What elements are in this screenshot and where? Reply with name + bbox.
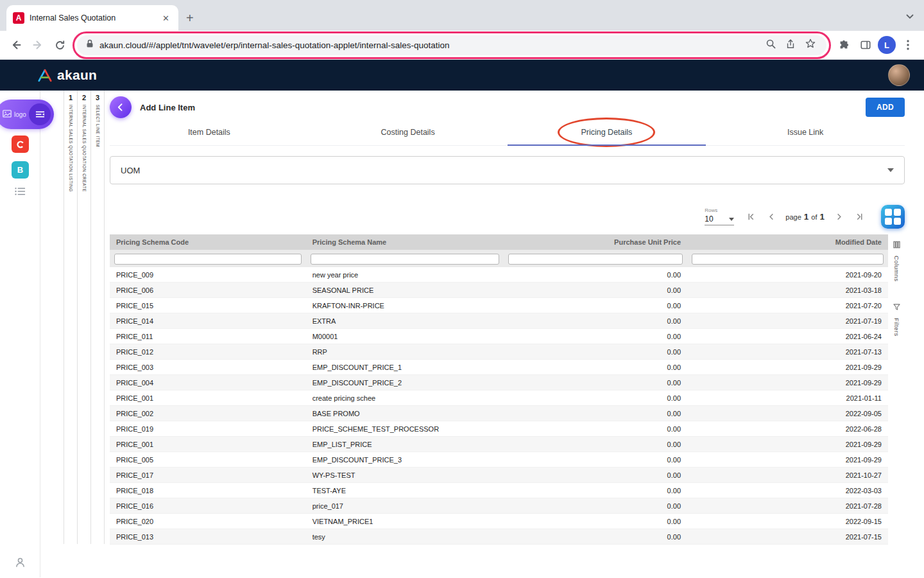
table-row[interactable]: PRICE_004 EMP_DISCOUNT_PRICE_2 0.00 2021…: [110, 375, 888, 390]
cell-purchase-unit-price: 0.00: [504, 302, 687, 310]
filter-input-modified-date[interactable]: [692, 254, 884, 265]
tab-pricing-details-label: Pricing Details: [581, 128, 632, 137]
cell-purchase-unit-price: 0.00: [504, 363, 687, 371]
filter-input-pricing-schema-code[interactable]: [114, 254, 302, 265]
add-button[interactable]: ADD: [866, 98, 905, 117]
cell-pricing-schema-name: TEST-AYE: [306, 487, 504, 495]
table-row[interactable]: PRICE_012 RRP 0.00 2021-07-13: [110, 344, 888, 360]
cell-pricing-schema-name: price_017: [306, 502, 504, 510]
extensions-puzzle-icon[interactable]: [834, 35, 853, 55]
table-row[interactable]: PRICE_001 create pricing schee 0.00 2021…: [110, 390, 888, 406]
logo-alt-text: logo: [14, 111, 26, 118]
cell-modified-date: 2021-09-29: [687, 363, 888, 371]
back-button[interactable]: [110, 96, 132, 118]
table-row[interactable]: PRICE_011 M00001 0.00 2021-06-24: [110, 329, 888, 344]
next-page-icon[interactable]: [832, 210, 845, 223]
table-row[interactable]: PRICE_018 TEST-AYE 0.00 2022-03-03: [110, 483, 888, 498]
cell-pricing-schema-code: PRICE_020: [110, 518, 306, 525]
tab-list-chevron-icon[interactable]: [906, 10, 914, 22]
grid-view-button[interactable]: [881, 205, 905, 229]
step-label: INTERNAL SALES QUOTATION CREATE: [82, 105, 87, 192]
filter-funnel-icon[interactable]: [893, 302, 900, 313]
cell-purchase-unit-price: 0.00: [504, 441, 687, 448]
table-row[interactable]: PRICE_013 tesy 0.00 2021-07-15: [110, 529, 888, 545]
cell-pricing-schema-name: M00001: [306, 333, 504, 340]
uom-select[interactable]: UOM: [110, 156, 905, 184]
url-bar-wrap: akaun.cloud/#/applet/tnt/wavelet/erp/int…: [77, 35, 826, 55]
cell-pricing-schema-code: PRICE_001: [110, 441, 306, 448]
list-menu-icon[interactable]: [15, 187, 26, 198]
table-row[interactable]: PRICE_017 WY-PS-TEST 0.00 2021-10-27: [110, 468, 888, 483]
last-page-icon[interactable]: [853, 210, 866, 223]
workspace: logo B: [0, 91, 924, 577]
table-filter-row: [110, 250, 888, 267]
page-word: page: [785, 213, 801, 221]
url-bar[interactable]: akaun.cloud/#/applet/tnt/wavelet/erp/int…: [77, 35, 826, 55]
table-row[interactable]: PRICE_005 EMP_DISCOUNT_PRICE_3 0.00 2021…: [110, 452, 888, 468]
left-sidebar: logo B: [0, 91, 40, 577]
rows-value: 10: [705, 215, 713, 223]
prev-page-icon[interactable]: [765, 210, 778, 223]
tab-issue-link[interactable]: Issue Link: [706, 121, 905, 145]
header-pricing-schema-name[interactable]: Pricing Schema Name: [306, 238, 504, 246]
cell-pricing-schema-code: PRICE_013: [110, 533, 306, 541]
main-header: Add Line Item ADD: [110, 96, 905, 119]
step-internal-sales-quotation-listing[interactable]: 1 INTERNAL SALES QUOTATION LISTING: [64, 91, 78, 544]
table-row[interactable]: PRICE_014 EXTRA 0.00 2021-07-19: [110, 313, 888, 329]
table-row[interactable]: PRICE_009 new year price 0.00 2021-09-20: [110, 267, 888, 283]
first-page-icon[interactable]: [744, 210, 757, 223]
b-applet-icon[interactable]: B: [12, 161, 29, 179]
forward-icon[interactable]: [28, 35, 47, 55]
filter-input-purchase-unit-price[interactable]: [508, 254, 683, 265]
table-zone: Pricing Schema Code Pricing Schema Name …: [110, 234, 905, 545]
step-internal-sales-quotation-create[interactable]: 2 INTERNAL SALES QUOTATION CREATE: [78, 91, 91, 544]
browser-profile-avatar[interactable]: L: [878, 36, 896, 54]
sidebar-user-icon[interactable]: [0, 556, 40, 568]
tab-close-icon[interactable]: ✕: [160, 12, 172, 24]
columns-label[interactable]: Columns: [893, 256, 900, 281]
reload-icon[interactable]: [50, 35, 69, 55]
tab-costing-details[interactable]: Costing Details: [309, 121, 508, 145]
header-purchase-unit-price[interactable]: Purchase Unit Price: [504, 238, 687, 246]
cell-pricing-schema-name: VIETNAM_PRICE1: [306, 518, 504, 525]
filters-label[interactable]: Filters: [893, 318, 900, 337]
cell-modified-date: 2021-10-27: [687, 471, 888, 479]
header-pricing-schema-code[interactable]: Pricing Schema Code: [110, 238, 306, 246]
step-select-line-item[interactable]: 3 SELECT LINE ITEM: [91, 91, 105, 544]
table-row[interactable]: PRICE_006 SEASONAL PRICE 0.00 2021-03-18: [110, 283, 888, 298]
table-row[interactable]: PRICE_020 VIETNAM_PRICE1 0.00 2022-09-15: [110, 514, 888, 529]
search-icon[interactable]: [766, 39, 776, 52]
share-icon[interactable]: [785, 39, 796, 52]
cell-pricing-schema-name: create pricing schee: [306, 394, 504, 402]
table-row[interactable]: PRICE_001 EMP_LIST_PRICE 0.00 2021-09-29: [110, 437, 888, 452]
header-modified-date[interactable]: Modified Date: [687, 238, 888, 246]
back-icon[interactable]: [6, 35, 26, 55]
browser-tab[interactable]: A Internal Sales Quotation ✕: [6, 5, 178, 31]
bookmark-star-icon[interactable]: [805, 38, 816, 52]
table-row[interactable]: PRICE_016 price_017 0.00 2021-07-28: [110, 498, 888, 514]
new-tab-button[interactable]: +: [186, 12, 194, 24]
red-applet-icon[interactable]: [12, 136, 29, 153]
cell-purchase-unit-price: 0.00: [504, 518, 687, 525]
side-panel-icon[interactable]: [856, 35, 875, 55]
tab-item-details[interactable]: Item Details: [110, 121, 309, 145]
cell-purchase-unit-price: 0.00: [504, 502, 687, 510]
tenant-logo-pill[interactable]: logo: [0, 100, 54, 129]
user-avatar[interactable]: [888, 64, 910, 86]
table-row[interactable]: PRICE_015 KRAFTON-INR-PRICE 0.00 2021-07…: [110, 298, 888, 313]
table-row[interactable]: PRICE_019 PRICE_SCHEME_TEST_PROCESSOR 0.…: [110, 421, 888, 437]
cell-purchase-unit-price: 0.00: [504, 533, 687, 541]
tab-pricing-details[interactable]: Pricing Details: [508, 121, 706, 145]
browser-menu-kebab-icon[interactable]: [898, 35, 918, 55]
rows-select[interactable]: 10: [705, 215, 734, 225]
table-row[interactable]: PRICE_003 EMP_DISCOUNT_PRICE_1 0.00 2021…: [110, 360, 888, 375]
table-row[interactable]: PRICE_002 BASE PROMO 0.00 2022-09-05: [110, 406, 888, 421]
columns-icon[interactable]: [893, 240, 900, 251]
app-header: akaun: [0, 60, 924, 91]
filter-input-pricing-schema-name[interactable]: [311, 254, 499, 265]
sidebar-collapse-button[interactable]: [29, 103, 51, 125]
step-number: 2: [82, 94, 86, 101]
akaun-logo[interactable]: akaun: [37, 67, 97, 83]
cell-pricing-schema-name: SEASONAL PRICE: [306, 286, 504, 294]
cell-pricing-schema-code: PRICE_001: [110, 394, 306, 402]
